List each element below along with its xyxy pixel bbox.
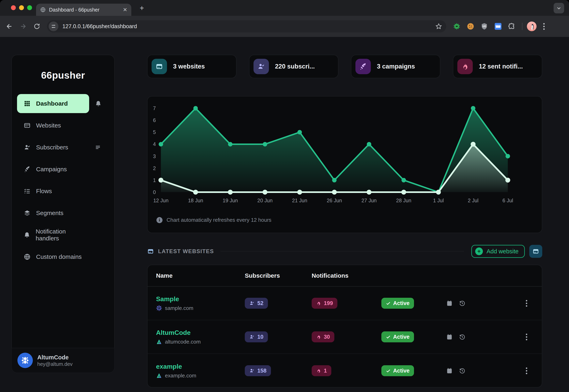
svg-text:12 Jun: 12 Jun [153, 198, 168, 203]
history-icon[interactable] [459, 334, 466, 340]
cookie-extension-icon[interactable] [465, 21, 476, 32]
browser-icon [152, 59, 167, 74]
sidebar-item-dashboard[interactable]: Dashboard [17, 94, 89, 113]
svg-text:19 Jun: 19 Jun [223, 198, 238, 203]
svg-text:3: 3 [153, 154, 156, 159]
sidebar-item-subscribers[interactable]: Subscribers [17, 138, 89, 157]
svg-text:28 Jun: 28 Jun [396, 198, 411, 203]
status-badge: Active [381, 298, 414, 309]
sidebar-item-notification-handlers[interactable]: Notification handlers [17, 225, 89, 244]
forward-button[interactable] [16, 19, 30, 33]
stat-card-websites[interactable]: 3 websites [147, 55, 236, 78]
ruler-extension-icon[interactable] [492, 21, 504, 32]
col-notifications: Notifications [312, 272, 381, 279]
ublock-shield-icon[interactable]: UO [479, 21, 490, 32]
stat-label: 12 sent notifi... [479, 63, 523, 70]
website-name-link[interactable]: example [156, 363, 196, 370]
svg-text:2 Jul: 2 Jul [468, 198, 478, 203]
stat-cards: 3 websites 220 subscri... 3 campaigns [147, 55, 542, 78]
app-logo: 66pusher [12, 70, 114, 81]
svg-text:21 Jun: 21 Jun [292, 198, 307, 203]
stat-card-subscribers[interactable]: 220 subscri... [249, 55, 338, 78]
chart-refresh-note: i Chart automatically refreshes every 12… [156, 217, 271, 223]
row-menu-icon[interactable] [526, 334, 527, 340]
divider [221, 251, 464, 252]
close-window-button[interactable] [11, 5, 16, 10]
user-check-icon [24, 144, 31, 151]
url-bar[interactable]: 127.0.0.1/66pusher/dashboard [47, 20, 446, 32]
websites-shortcut-button[interactable] [529, 245, 542, 258]
calendar-icon[interactable] [446, 334, 453, 340]
sidebar-item-label: Segments [36, 210, 63, 216]
notifications-badge: 1 [312, 365, 331, 376]
sidebar-item-segments[interactable]: Segments [17, 204, 89, 223]
svg-text:2: 2 [153, 165, 156, 171]
sidebar-item-websites[interactable]: Websites [17, 116, 89, 135]
svg-text:26 Jun: 26 Jun [327, 198, 342, 203]
triangle-favicon-icon [156, 373, 162, 379]
status-badge: Active [381, 331, 414, 342]
notifications-bell-icon[interactable] [95, 100, 102, 107]
reload-button[interactable] [30, 19, 44, 33]
site-settings-icon[interactable] [49, 21, 58, 31]
section-title: LATEST WEBSITES [158, 248, 214, 254]
stat-card-campaigns[interactable]: 3 campaigns [351, 55, 440, 78]
bug-extension-icon[interactable] [451, 21, 462, 32]
calendar-icon[interactable] [446, 367, 453, 374]
url-text[interactable]: 127.0.0.1/66pusher/dashboard [62, 23, 435, 29]
browser-tab[interactable]: Dashboard - 66pusher ✕ [36, 4, 131, 16]
subscribers-badge: 10 [245, 331, 268, 342]
sidebar-item-custom-domains[interactable]: Custom domains [17, 247, 89, 266]
sidebar-item-label: Flows [36, 188, 52, 195]
sidebar-item-campaigns[interactable]: Campaigns [17, 160, 89, 179]
tab-search-chevron-icon[interactable] [554, 3, 564, 13]
browser-window: Dashboard - 66pusher ✕ + 127.0.0.1/66pus… [0, 0, 569, 392]
row-menu-icon[interactable] [526, 367, 527, 374]
extensions-row: UO [451, 21, 549, 32]
bookmark-star-icon[interactable] [435, 23, 442, 30]
stat-card-sent-notifications[interactable]: 12 sent notifi... [453, 55, 542, 78]
svg-text:0: 0 [153, 189, 156, 195]
row-menu-icon[interactable] [526, 300, 527, 307]
calendar-icon[interactable] [446, 300, 453, 307]
browser-icon [24, 122, 31, 129]
minimize-window-button[interactable] [19, 5, 24, 10]
svg-text:18 Jun: 18 Jun [188, 198, 203, 203]
stat-label: 3 campaigns [377, 63, 415, 70]
history-icon[interactable] [459, 367, 466, 374]
subscribers-menu-icon[interactable] [95, 144, 101, 150]
browser-profile-avatar[interactable] [527, 21, 537, 31]
starburst-favicon-icon [156, 305, 162, 311]
flame-icon [457, 59, 473, 74]
rocket-icon [355, 59, 371, 74]
sidebar: 66pusher Dashboard [11, 55, 115, 373]
website-name-link[interactable]: AltumCode [156, 329, 201, 336]
maximize-window-button[interactable] [27, 5, 32, 10]
subscribers-badge: 158 [245, 365, 271, 376]
globe-favicon-icon [40, 7, 46, 13]
notifications-badge: 199 [312, 298, 337, 309]
svg-text:6 Jul: 6 Jul [502, 198, 513, 203]
tab-close-icon[interactable]: ✕ [123, 7, 127, 13]
svg-text:4: 4 [153, 141, 156, 147]
sidebar-user-card[interactable]: AltumCode hey@altum.dev [11, 348, 115, 373]
website-domain: example.com [165, 373, 196, 379]
sidebar-item-label: Dashboard [36, 100, 68, 107]
svg-text:27 Jun: 27 Jun [361, 198, 377, 203]
area-chart[interactable]: 0123456712 Jun18 Jun19 Jun20 Jun21 Jun26… [148, 97, 542, 210]
layers-icon [24, 209, 31, 217]
triangle-favicon-icon [156, 339, 162, 345]
browser-toolbar: 127.0.0.1/66pusher/dashboard UO [0, 16, 569, 37]
browser-menu-icon[interactable] [539, 23, 549, 30]
latest-websites-table: Name Subscribers Notifications Sample sa… [147, 265, 542, 388]
sidebar-item-flows[interactable]: Flows [17, 182, 89, 201]
extensions-puzzle-icon[interactable] [506, 21, 517, 32]
new-tab-button[interactable]: + [137, 3, 147, 13]
sidebar-item-label: Custom domains [36, 253, 82, 260]
history-icon[interactable] [459, 300, 466, 307]
add-website-button[interactable]: + Add website [471, 245, 525, 258]
website-name-link[interactable]: Sample [156, 295, 193, 303]
user-name: AltumCode [37, 354, 72, 361]
back-button[interactable] [2, 19, 16, 33]
user-check-icon [253, 59, 269, 74]
